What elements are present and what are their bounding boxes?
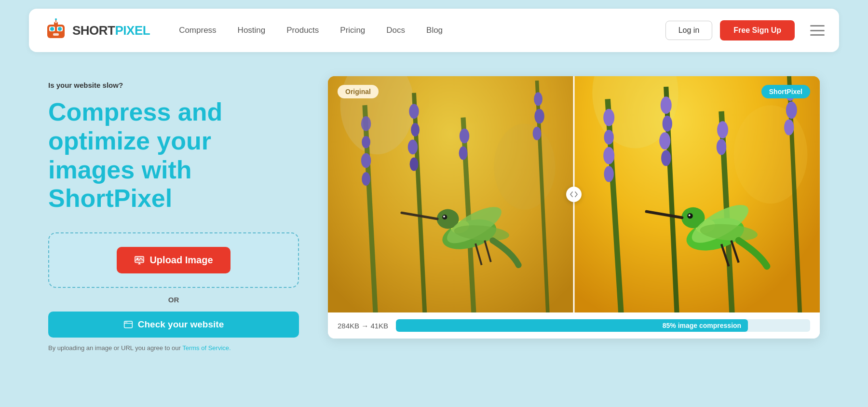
svg-point-24 xyxy=(362,172,370,186)
svg-rect-0 xyxy=(47,25,65,38)
svg-point-64 xyxy=(784,119,794,135)
or-divider: OR xyxy=(48,288,299,312)
svg-point-29 xyxy=(460,129,469,144)
logo[interactable]: SHORTPIXEL xyxy=(43,18,150,43)
svg-point-53 xyxy=(603,147,614,164)
svg-point-22 xyxy=(362,136,370,149)
svg-rect-5 xyxy=(53,33,59,36)
upload-icon xyxy=(134,255,145,266)
right-panel: Original ShortPixel 284KB → 41KB 85% ima… xyxy=(328,76,820,339)
check-website-icon xyxy=(123,320,133,329)
svg-point-4 xyxy=(58,27,62,31)
check-website-button[interactable]: Check your website xyxy=(48,312,299,338)
svg-point-9 xyxy=(55,18,57,20)
upload-button[interactable]: Upload Image xyxy=(117,247,230,273)
signup-button[interactable]: Free Sign Up xyxy=(720,20,795,41)
svg-point-27 xyxy=(408,140,418,155)
nav-actions: Log in Free Sign Up xyxy=(665,20,825,41)
nav-blog[interactable]: Blog xyxy=(426,26,443,35)
svg-point-63 xyxy=(786,101,797,119)
nav-docs[interactable]: Docs xyxy=(386,26,405,35)
compression-progress-fill: 85% image compression xyxy=(396,319,748,332)
nav-compress[interactable]: Compress xyxy=(179,26,216,35)
compressed-scene-svg xyxy=(574,76,820,312)
headline: Compress and optimize your images with S… xyxy=(48,98,299,213)
comparison-handle[interactable] xyxy=(566,187,582,202)
compressed-image xyxy=(574,76,820,312)
logo-icon xyxy=(43,18,68,43)
comparison-image-area: Original ShortPixel xyxy=(328,76,820,312)
left-panel: Is your website slow? Compress and optim… xyxy=(48,76,299,352)
upload-button-label: Upload Image xyxy=(149,255,213,266)
svg-point-56 xyxy=(663,116,672,132)
stats-bar: 284KB → 41KB 85% image compression xyxy=(328,312,820,339)
svg-point-30 xyxy=(459,147,468,160)
logo-short: SHORT xyxy=(72,23,115,38)
nav-products[interactable]: Products xyxy=(286,26,319,35)
main-content: Is your website slow? Compress and optim… xyxy=(0,52,868,371)
svg-point-54 xyxy=(604,166,613,182)
navbar: SHORTPIXEL Compress Hosting Products Pri… xyxy=(29,9,839,52)
svg-point-3 xyxy=(50,27,54,31)
svg-point-32 xyxy=(534,92,542,106)
svg-point-23 xyxy=(361,153,371,168)
svg-point-57 xyxy=(659,132,670,149)
svg-point-33 xyxy=(534,109,544,124)
svg-point-55 xyxy=(661,96,672,114)
svg-point-14 xyxy=(126,322,127,323)
nav-links: Compress Hosting Products Pricing Docs B… xyxy=(179,26,665,35)
svg-point-13 xyxy=(125,322,126,323)
svg-point-17 xyxy=(494,123,556,210)
svg-point-26 xyxy=(411,123,420,136)
svg-point-28 xyxy=(410,158,419,171)
tagline: Is your website slow? xyxy=(48,81,299,89)
nav-pricing[interactable]: Pricing xyxy=(340,26,365,35)
handle-arrows-icon xyxy=(570,191,578,197)
login-button[interactable]: Log in xyxy=(665,21,713,40)
svg-point-52 xyxy=(604,130,613,145)
badge-original: Original xyxy=(338,85,379,98)
svg-point-39 xyxy=(443,216,445,217)
nav-hosting[interactable]: Hosting xyxy=(238,26,266,35)
hamburger-line-1 xyxy=(810,25,825,27)
badge-shortpixel: ShortPixel xyxy=(761,85,810,98)
svg-point-60 xyxy=(717,139,726,155)
svg-point-58 xyxy=(661,150,671,166)
compression-label: 85% image compression xyxy=(663,322,741,329)
svg-point-51 xyxy=(603,109,614,126)
hamburger-line-3 xyxy=(810,34,825,36)
compression-progress-bar: 85% image compression xyxy=(396,319,810,332)
terms-link[interactable]: Terms of Service. xyxy=(182,344,231,352)
original-scene-svg xyxy=(328,76,574,312)
svg-point-69 xyxy=(689,214,691,216)
check-button-label: Check your website xyxy=(138,319,224,330)
hamburger-line-2 xyxy=(810,30,825,31)
file-sizes: 284KB → 41KB xyxy=(338,322,388,330)
svg-point-25 xyxy=(409,104,419,119)
svg-point-34 xyxy=(533,127,542,140)
upload-dropzone[interactable]: Upload Image xyxy=(48,232,299,288)
svg-point-47 xyxy=(734,105,808,204)
svg-point-59 xyxy=(717,121,728,138)
terms-text: By uploading an image or URL you agree t… xyxy=(48,344,299,352)
svg-point-21 xyxy=(361,116,371,131)
image-comparison: Original ShortPixel 284KB → 41KB 85% ima… xyxy=(328,76,820,339)
hamburger-menu[interactable] xyxy=(810,25,825,36)
original-image xyxy=(328,76,574,312)
logo-pixel: PIXEL xyxy=(115,23,150,38)
